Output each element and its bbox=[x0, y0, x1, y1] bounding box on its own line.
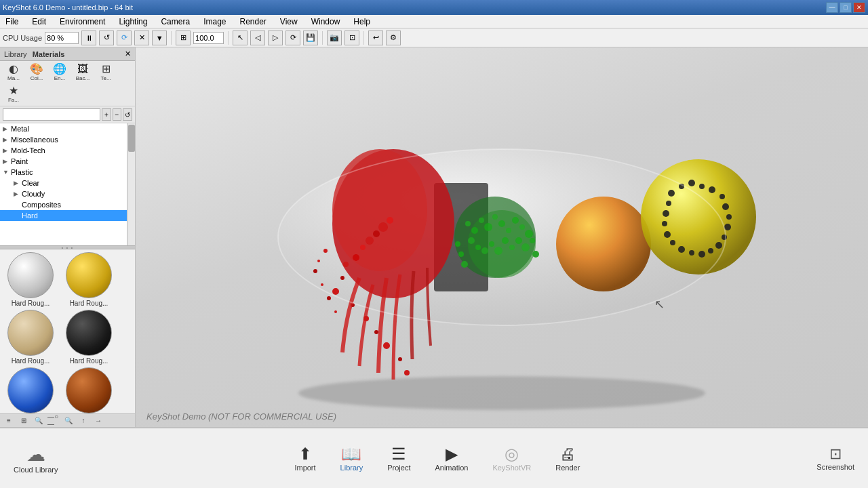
svg-point-38 bbox=[468, 237, 475, 244]
resolution-button[interactable]: ⊡ bbox=[344, 30, 359, 45]
back-button[interactable]: ▼ bbox=[152, 30, 167, 45]
favorites-icon[interactable]: ★ Fa... bbox=[4, 85, 23, 103]
list-view-button[interactable]: ≡ bbox=[3, 415, 15, 426]
svg-point-59 bbox=[719, 194, 725, 199]
menu-window[interactable]: Window bbox=[309, 16, 343, 28]
svg-point-31 bbox=[484, 223, 492, 231]
environment-icon[interactable]: 🌐 En... bbox=[50, 64, 69, 81]
swatch-ball-blue bbox=[7, 367, 54, 413]
search-small-button[interactable]: 🔍 bbox=[33, 415, 45, 426]
swatch-row-2: Hard Roug... Hard Roug... bbox=[3, 310, 132, 365]
svg-point-35 bbox=[512, 217, 519, 224]
menu-lighting[interactable]: Lighting bbox=[116, 16, 150, 28]
menu-help[interactable]: Help bbox=[351, 16, 373, 28]
tab-library[interactable]: Library bbox=[4, 50, 27, 58]
sync-button[interactable]: ⟳ bbox=[285, 30, 300, 45]
arrow-up-button[interactable]: ↑ bbox=[77, 415, 90, 426]
options-button[interactable]: ⚙ bbox=[386, 30, 401, 45]
render-nav-label: Render bbox=[555, 464, 580, 472]
arrow-right-button[interactable]: → bbox=[92, 415, 104, 426]
tree-item-miscellaneous[interactable]: ▶Miscellaneous bbox=[0, 134, 127, 145]
menu-environment[interactable]: Environment bbox=[57, 16, 108, 28]
cursor-button[interactable]: ↖ bbox=[233, 30, 248, 45]
panel-close-button[interactable]: ✕ bbox=[125, 49, 131, 58]
swatch-hard-shiny-brown[interactable]: Hard Shiny ... bbox=[61, 367, 117, 413]
cloud-library-label: Cloud Library bbox=[14, 466, 58, 474]
save-button[interactable]: 💾 bbox=[303, 30, 318, 45]
render-button[interactable]: ⟳ bbox=[117, 30, 132, 45]
tree-item-metal[interactable]: ▶Metal bbox=[0, 123, 127, 134]
svg-point-56 bbox=[688, 180, 695, 186]
stop-button[interactable]: ✕ bbox=[134, 30, 149, 45]
swatch-hard-rough-tan[interactable]: Hard Roug... bbox=[3, 310, 58, 365]
tree-item-cloudy[interactable]: ▶Cloudy bbox=[0, 188, 127, 199]
search-input[interactable] bbox=[3, 108, 100, 121]
render-value-input[interactable] bbox=[193, 32, 224, 44]
close-button[interactable]: ✕ bbox=[853, 2, 865, 13]
3d-object bbox=[210, 75, 793, 413]
import-label: Import bbox=[294, 464, 315, 472]
menu-view[interactable]: View bbox=[277, 16, 300, 28]
import-icon: ⬆ bbox=[298, 445, 312, 464]
menu-render[interactable]: Render bbox=[237, 16, 269, 28]
import-button[interactable]: ⬆ Import bbox=[289, 442, 321, 474]
render-nav-button[interactable]: 🖨 Render bbox=[550, 442, 585, 474]
texture-icon[interactable]: ⊞ Te... bbox=[96, 64, 115, 81]
svg-point-32 bbox=[492, 214, 498, 220]
zoom-slider[interactable]: —○— bbox=[47, 415, 60, 426]
refresh-button[interactable]: ↺ bbox=[123, 108, 132, 121]
svg-point-57 bbox=[699, 184, 705, 189]
tab-materials[interactable]: Materials bbox=[33, 50, 65, 58]
screenshot-label: Screenshot bbox=[816, 463, 854, 471]
frame-button[interactable]: ⊞ bbox=[176, 30, 191, 45]
tree-item-composites[interactable]: Composites bbox=[0, 199, 127, 210]
project-icon: ☰ bbox=[391, 445, 406, 464]
screenshot-button[interactable]: 📷 bbox=[327, 30, 342, 45]
svg-point-30 bbox=[479, 218, 484, 223]
swatch-hard-rough-black[interactable]: Hard Roug... bbox=[61, 310, 117, 365]
undo-button[interactable]: ↩ bbox=[368, 30, 383, 45]
menu-image[interactable]: Image bbox=[201, 16, 229, 28]
tree-scroll-thumb[interactable] bbox=[128, 125, 135, 152]
svg-point-61 bbox=[726, 214, 732, 220]
rotate-next-button[interactable]: ▷ bbox=[268, 30, 283, 45]
minimize-button[interactable]: — bbox=[826, 2, 838, 13]
svg-point-5 bbox=[343, 262, 349, 267]
svg-point-15 bbox=[317, 260, 320, 262]
remove-search-button[interactable]: − bbox=[113, 108, 122, 121]
pause-button[interactable]: ⏸ bbox=[81, 30, 96, 45]
background-icon[interactable]: 🖼 Bac... bbox=[73, 64, 92, 81]
keyshot-vr-label: KeyShotVR bbox=[492, 464, 531, 472]
viewport[interactable]: ↖ KeyShot Demo (NOT FOR COMMERCIAL USE) bbox=[136, 47, 868, 427]
swatch-hard-rough-yellow[interactable]: Hard Roug... bbox=[61, 252, 117, 307]
tree-item-mold-tech[interactable]: ▶Mold-Tech bbox=[0, 145, 127, 156]
tree-item-plastic[interactable]: ▼Plastic bbox=[0, 167, 127, 178]
add-search-button[interactable]: + bbox=[102, 108, 111, 121]
project-button[interactable]: ☰ Project bbox=[382, 442, 416, 474]
cloud-library-button[interactable]: ☁ Cloud Library bbox=[14, 443, 58, 474]
swatch-hard-shiny-blue[interactable]: Hard Shiny ... bbox=[3, 367, 58, 413]
swatch-hard-rough-white[interactable]: Hard Roug... bbox=[3, 252, 58, 307]
tree-item-clear[interactable]: ▶Clear bbox=[0, 178, 127, 188]
library-button[interactable]: 📖 Library bbox=[335, 442, 369, 474]
tree-item-hard[interactable]: Hard bbox=[0, 210, 127, 221]
restart-button[interactable]: ↺ bbox=[99, 30, 114, 45]
material-icon[interactable]: ◐ Ma... bbox=[4, 64, 23, 81]
svg-point-33 bbox=[498, 220, 505, 227]
color-icon[interactable]: 🎨 Col... bbox=[27, 64, 46, 81]
zoom-search-button[interactable]: 🔍 bbox=[62, 415, 75, 426]
animation-button[interactable]: ▶ Animation bbox=[429, 442, 473, 474]
tree-scrollbar[interactable] bbox=[127, 123, 135, 245]
menu-camera[interactable]: Camera bbox=[158, 16, 193, 28]
screenshot-nav-button[interactable]: ⊡ Screenshot bbox=[816, 445, 854, 471]
tree-item-paint[interactable]: ▶Paint bbox=[0, 156, 127, 167]
maximize-button[interactable]: □ bbox=[840, 2, 852, 13]
svg-point-53 bbox=[641, 159, 756, 274]
menu-edit[interactable]: Edit bbox=[29, 16, 49, 28]
menu-file[interactable]: File bbox=[3, 16, 21, 28]
rotate-prev-button[interactable]: ◁ bbox=[250, 30, 265, 45]
grid-view-button[interactable]: ⊞ bbox=[18, 415, 30, 426]
cpu-input[interactable] bbox=[45, 32, 79, 44]
panel-header: Library Materials ✕ bbox=[0, 47, 135, 61]
library-label: Library bbox=[340, 464, 363, 472]
